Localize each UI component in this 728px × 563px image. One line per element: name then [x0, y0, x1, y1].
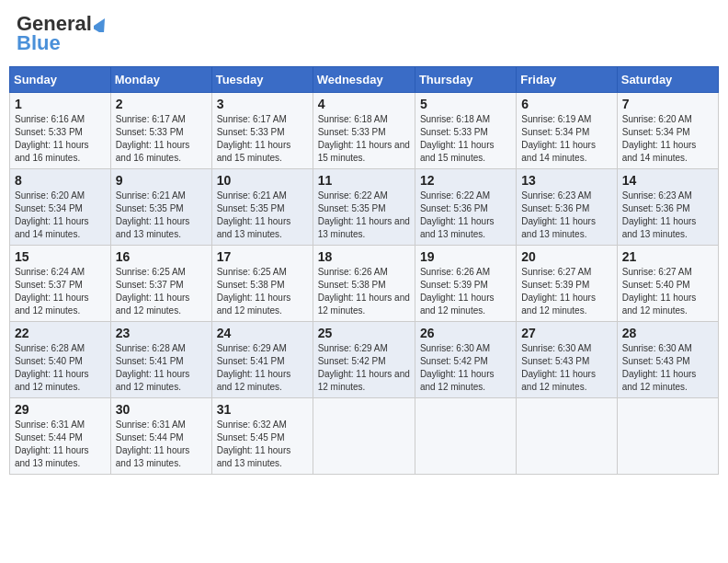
- calendar-day-cell: 6 Sunrise: 6:19 AM Sunset: 5:34 PM Dayli…: [517, 93, 617, 169]
- day-number: 18: [318, 249, 410, 264]
- day-number: 20: [521, 249, 611, 264]
- calendar-day-cell: 29 Sunrise: 6:31 AM Sunset: 5:44 PM Dayl…: [10, 398, 111, 475]
- day-info: Sunrise: 6:30 AM Sunset: 5:43 PM Dayligh…: [521, 342, 611, 394]
- day-info: Sunrise: 6:26 AM Sunset: 5:38 PM Dayligh…: [318, 266, 410, 317]
- day-info: Sunrise: 6:20 AM Sunset: 5:34 PM Dayligh…: [15, 190, 106, 241]
- day-info: Sunrise: 6:29 AM Sunset: 5:42 PM Dayligh…: [318, 342, 410, 394]
- day-number: 17: [217, 249, 308, 264]
- day-number: 19: [420, 249, 511, 264]
- calendar-day-cell: 4 Sunrise: 6:18 AM Sunset: 5:33 PM Dayli…: [313, 93, 415, 169]
- calendar-day-cell: 11 Sunrise: 6:22 AM Sunset: 5:35 PM Dayl…: [313, 169, 415, 246]
- weekday-header: Friday: [517, 67, 617, 93]
- weekday-header: Sunday: [10, 67, 111, 93]
- day-info: Sunrise: 6:22 AM Sunset: 5:36 PM Dayligh…: [420, 190, 511, 241]
- weekday-header: Tuesday: [211, 67, 313, 93]
- day-info: Sunrise: 6:27 AM Sunset: 5:39 PM Dayligh…: [521, 266, 611, 317]
- calendar-day-cell: [313, 398, 415, 475]
- day-info: Sunrise: 6:23 AM Sunset: 5:36 PM Dayligh…: [521, 190, 611, 241]
- day-number: 28: [622, 326, 713, 340]
- day-info: Sunrise: 6:28 AM Sunset: 5:40 PM Dayligh…: [15, 342, 106, 394]
- day-number: 10: [217, 173, 308, 188]
- day-number: 1: [15, 97, 106, 111]
- weekday-header: Saturday: [617, 67, 718, 93]
- day-info: Sunrise: 6:30 AM Sunset: 5:43 PM Dayligh…: [622, 342, 713, 394]
- day-info: Sunrise: 6:30 AM Sunset: 5:42 PM Dayligh…: [420, 342, 511, 394]
- day-number: 21: [622, 249, 713, 264]
- day-number: 27: [521, 326, 611, 340]
- calendar-day-cell: [415, 398, 516, 475]
- day-number: 15: [15, 249, 106, 264]
- calendar-day-cell: 24 Sunrise: 6:29 AM Sunset: 5:41 PM Dayl…: [211, 322, 313, 398]
- day-number: 3: [217, 97, 308, 111]
- day-number: 12: [420, 173, 511, 188]
- calendar-day-cell: 15 Sunrise: 6:24 AM Sunset: 5:37 PM Dayl…: [10, 246, 111, 322]
- calendar-week-row: 8 Sunrise: 6:20 AM Sunset: 5:34 PM Dayli…: [10, 169, 719, 246]
- day-info: Sunrise: 6:25 AM Sunset: 5:37 PM Dayligh…: [116, 266, 207, 317]
- day-number: 14: [622, 173, 713, 188]
- calendar-day-cell: [617, 398, 718, 475]
- day-number: 9: [116, 173, 207, 188]
- day-number: 2: [116, 97, 207, 111]
- day-number: 26: [420, 326, 511, 340]
- calendar-header-row: SundayMondayTuesdayWednesdayThursdayFrid…: [10, 67, 719, 93]
- day-info: Sunrise: 6:31 AM Sunset: 5:44 PM Dayligh…: [15, 419, 106, 470]
- day-info: Sunrise: 6:19 AM Sunset: 5:34 PM Dayligh…: [521, 113, 611, 165]
- calendar-day-cell: 10 Sunrise: 6:21 AM Sunset: 5:35 PM Dayl…: [211, 169, 313, 246]
- calendar-day-cell: 20 Sunrise: 6:27 AM Sunset: 5:39 PM Dayl…: [517, 246, 617, 322]
- day-number: 6: [521, 97, 611, 111]
- day-number: 29: [15, 402, 106, 417]
- day-info: Sunrise: 6:21 AM Sunset: 5:35 PM Dayligh…: [217, 190, 308, 241]
- calendar-day-cell: 1 Sunrise: 6:16 AM Sunset: 5:33 PM Dayli…: [10, 93, 111, 169]
- svg-marker-0: [94, 17, 108, 32]
- calendar-day-cell: 21 Sunrise: 6:27 AM Sunset: 5:40 PM Dayl…: [617, 246, 718, 322]
- calendar-week-row: 22 Sunrise: 6:28 AM Sunset: 5:40 PM Dayl…: [10, 322, 719, 398]
- calendar-week-row: 29 Sunrise: 6:31 AM Sunset: 5:44 PM Dayl…: [10, 398, 719, 475]
- calendar-day-cell: 18 Sunrise: 6:26 AM Sunset: 5:38 PM Dayl…: [313, 246, 415, 322]
- calendar-day-cell: 13 Sunrise: 6:23 AM Sunset: 5:36 PM Dayl…: [517, 169, 617, 246]
- day-info: Sunrise: 6:31 AM Sunset: 5:44 PM Dayligh…: [116, 419, 207, 470]
- day-number: 8: [15, 173, 106, 188]
- weekday-header: Thursday: [415, 67, 516, 93]
- calendar-day-cell: 12 Sunrise: 6:22 AM Sunset: 5:36 PM Dayl…: [415, 169, 516, 246]
- day-number: 24: [217, 326, 308, 340]
- calendar-day-cell: 19 Sunrise: 6:26 AM Sunset: 5:39 PM Dayl…: [415, 246, 516, 322]
- calendar-day-cell: 26 Sunrise: 6:30 AM Sunset: 5:42 PM Dayl…: [415, 322, 516, 398]
- day-number: 25: [318, 326, 410, 340]
- day-info: Sunrise: 6:22 AM Sunset: 5:35 PM Dayligh…: [318, 190, 410, 241]
- day-number: 4: [318, 97, 410, 111]
- calendar-day-cell: 17 Sunrise: 6:25 AM Sunset: 5:38 PM Dayl…: [211, 246, 313, 322]
- calendar-day-cell: 8 Sunrise: 6:20 AM Sunset: 5:34 PM Dayli…: [10, 169, 111, 246]
- day-info: Sunrise: 6:18 AM Sunset: 5:33 PM Dayligh…: [318, 113, 410, 165]
- calendar-day-cell: 9 Sunrise: 6:21 AM Sunset: 5:35 PM Dayli…: [110, 169, 211, 246]
- day-number: 7: [622, 97, 713, 111]
- day-info: Sunrise: 6:27 AM Sunset: 5:40 PM Dayligh…: [622, 266, 713, 317]
- calendar-day-cell: 23 Sunrise: 6:28 AM Sunset: 5:41 PM Dayl…: [110, 322, 211, 398]
- day-info: Sunrise: 6:17 AM Sunset: 5:33 PM Dayligh…: [217, 113, 308, 165]
- calendar-day-cell: 7 Sunrise: 6:20 AM Sunset: 5:34 PM Dayli…: [617, 93, 718, 169]
- day-info: Sunrise: 6:17 AM Sunset: 5:33 PM Dayligh…: [116, 113, 207, 165]
- day-info: Sunrise: 6:25 AM Sunset: 5:38 PM Dayligh…: [217, 266, 308, 317]
- day-info: Sunrise: 6:29 AM Sunset: 5:41 PM Dayligh…: [217, 342, 308, 394]
- page-header: General Blue: [9, 9, 719, 59]
- day-info: Sunrise: 6:20 AM Sunset: 5:34 PM Dayligh…: [622, 113, 713, 165]
- day-number: 16: [116, 249, 207, 264]
- day-number: 13: [521, 173, 611, 188]
- calendar-day-cell: 27 Sunrise: 6:30 AM Sunset: 5:43 PM Dayl…: [517, 322, 617, 398]
- day-info: Sunrise: 6:23 AM Sunset: 5:36 PM Dayligh…: [622, 190, 713, 241]
- calendar-day-cell: 5 Sunrise: 6:18 AM Sunset: 5:33 PM Dayli…: [415, 93, 516, 169]
- calendar-day-cell: 30 Sunrise: 6:31 AM Sunset: 5:44 PM Dayl…: [110, 398, 211, 475]
- calendar-day-cell: 22 Sunrise: 6:28 AM Sunset: 5:40 PM Dayl…: [10, 322, 111, 398]
- day-info: Sunrise: 6:26 AM Sunset: 5:39 PM Dayligh…: [420, 266, 511, 317]
- calendar-week-row: 15 Sunrise: 6:24 AM Sunset: 5:37 PM Dayl…: [10, 246, 719, 322]
- day-number: 23: [116, 326, 207, 340]
- logo: General Blue: [17, 13, 108, 55]
- day-info: Sunrise: 6:28 AM Sunset: 5:41 PM Dayligh…: [116, 342, 207, 394]
- calendar-day-cell: 25 Sunrise: 6:29 AM Sunset: 5:42 PM Dayl…: [313, 322, 415, 398]
- calendar-day-cell: 2 Sunrise: 6:17 AM Sunset: 5:33 PM Dayli…: [110, 93, 211, 169]
- calendar-day-cell: 3 Sunrise: 6:17 AM Sunset: 5:33 PM Dayli…: [211, 93, 313, 169]
- day-number: 22: [15, 326, 106, 340]
- day-info: Sunrise: 6:21 AM Sunset: 5:35 PM Dayligh…: [116, 190, 207, 241]
- calendar-day-cell: 31 Sunrise: 6:32 AM Sunset: 5:45 PM Dayl…: [211, 398, 313, 475]
- weekday-header: Monday: [110, 67, 211, 93]
- calendar-day-cell: [517, 398, 617, 475]
